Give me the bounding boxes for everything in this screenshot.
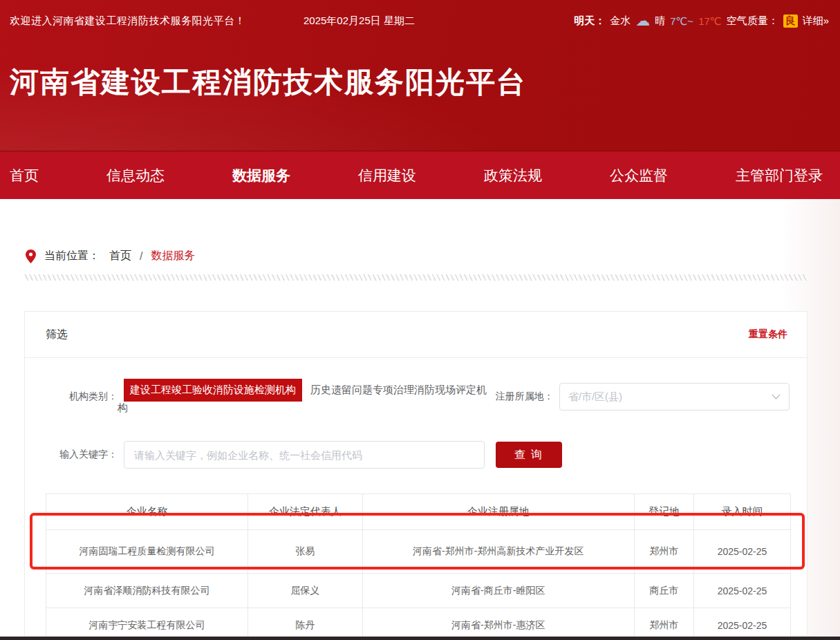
table-column-header: 企业法定代表人: [248, 494, 362, 530]
region-select-placeholder: 省/市/区(县): [568, 390, 772, 404]
table-cell: 张易: [248, 530, 362, 574]
category-filter-row: 机构类别： 建设工程竣工验收消防设施检测机构历史遗留问题专项治理消防现场评定机构…: [46, 379, 790, 415]
air-quality-label: 空气质量：: [727, 15, 778, 28]
region-label: 注册所属地：: [496, 390, 554, 403]
chevron-down-icon: [772, 394, 781, 399]
table-row[interactable]: 河南固瑞工程质量检测有限公司张易河南省-郑州市-郑州高新技术产业开发区郑州市20…: [46, 530, 791, 574]
location-pin-icon: [26, 250, 36, 263]
weather-detail-link[interactable]: 详细»: [803, 15, 829, 28]
table-cell: 2025-02-25: [693, 574, 790, 608]
topbar: 欢迎进入河南省建设工程消防技术服务阳光平台！ 2025年02月25日 星期二 明…: [0, 0, 840, 28]
filter-title: 筛选: [46, 328, 68, 342]
nav-item-4[interactable]: 政策法规: [484, 166, 542, 185]
category-options: 建设工程竣工验收消防设施检测机构历史遗留问题专项治理消防现场评定机构: [118, 379, 496, 415]
nav-item-1[interactable]: 信息动态: [106, 166, 165, 185]
weather-city: 金水: [610, 15, 631, 28]
reset-filters-link[interactable]: 重置条件: [749, 328, 787, 341]
weather-widget: 明天： 金水 ☁ 晴 7℃~ 17℃ 空气质量： 良 详细»: [574, 14, 829, 28]
table-cell: 商丘市: [634, 574, 693, 608]
table-cell: 河南省泽顺消防科技有限公司: [46, 574, 248, 608]
table-column-header: 企业名称: [46, 494, 248, 530]
air-quality-badge: 良: [783, 15, 798, 28]
table-header-row: 企业名称企业法定代表人企业注册属地登记地录入时间: [46, 494, 791, 530]
table-cell: 2025-02-25: [693, 530, 790, 574]
footer-bar: [0, 637, 840, 640]
table-cell: 陈丹: [248, 608, 362, 640]
table-column-header: 企业注册属地: [362, 494, 634, 530]
table-cell: 郑州市: [634, 608, 693, 640]
table-cell: 郑州市: [634, 530, 693, 574]
table-cell: 屈保义: [248, 574, 362, 608]
table-cell: 河南宇宁安装工程有限公司: [46, 608, 248, 640]
breadcrumb-current[interactable]: 数据服务: [151, 249, 195, 263]
welcome-text: 欢迎进入河南省建设工程消防技术服务阳光平台！: [10, 15, 245, 28]
nav-item-5[interactable]: 公众监督: [610, 166, 668, 185]
cloud-icon: ☁: [635, 13, 650, 28]
breadcrumb: 当前位置： 首页 / 数据服务: [26, 249, 840, 263]
filter-panel-body: 机构类别： 建设工程竣工验收消防设施检测机构历史遗留问题专项治理消防现场评定机构…: [25, 358, 807, 640]
table-row[interactable]: 河南省泽顺消防科技有限公司屈保义河南省-商丘市-睢阳区商丘市2025-02-25: [46, 574, 791, 608]
table-cell: 河南省-郑州市-郑州高新技术产业开发区: [362, 530, 634, 574]
nav-item-2[interactable]: 数据服务: [232, 166, 290, 185]
table-row[interactable]: 河南宇宁安装工程有限公司陈丹河南省-郑州市-惠济区郑州市2025-02-25: [46, 608, 791, 640]
category-option-0[interactable]: 建设工程竣工验收消防设施检测机构: [124, 379, 302, 402]
breadcrumb-label: 当前位置：: [44, 249, 100, 263]
main-nav: 首页信息动态数据服务信用建设政策法规公众监督主管部门登录: [0, 151, 840, 199]
table-cell: 2025-02-25: [693, 608, 790, 640]
weather-condition: 晴: [655, 15, 665, 28]
table-cell: 河南省-郑州市-惠济区: [362, 608, 634, 640]
filter-panel-header: 筛选 重置条件: [25, 312, 807, 358]
site-header: 欢迎进入河南省建设工程消防技术服务阳光平台！ 2025年02月25日 星期二 明…: [0, 0, 840, 151]
table-column-header: 登记地: [634, 494, 693, 530]
nav-item-3[interactable]: 信用建设: [358, 166, 416, 185]
hatched-divider: [24, 274, 808, 281]
region-filter-group: 注册所属地： 省/市/区(县): [496, 383, 790, 411]
keyword-label: 输入关键字：: [46, 449, 118, 461]
page-title: 河南省建设工程消防技术服务阳光平台: [10, 63, 840, 102]
table-cell: 河南固瑞工程质量检测有限公司: [46, 530, 248, 574]
table-column-header: 录入时间: [693, 494, 790, 530]
nav-item-0[interactable]: 首页: [10, 166, 39, 185]
keyword-input[interactable]: [124, 441, 485, 469]
results-table: 企业名称企业法定代表人企业注册属地登记地录入时间 河南固瑞工程质量检测有限公司张…: [46, 493, 791, 640]
weather-label: 明天：: [574, 15, 605, 28]
filter-panel: 筛选 重置条件 机构类别： 建设工程竣工验收消防设施检测机构历史遗留问题专项治理…: [24, 311, 808, 636]
category-label: 机构类别：: [46, 390, 118, 403]
nav-item-6[interactable]: 主管部门登录: [736, 166, 823, 185]
keyword-filter-row: 输入关键字： 查 询: [46, 441, 790, 469]
region-select[interactable]: 省/市/区(县): [559, 383, 790, 411]
temp-low: 7℃~: [670, 15, 693, 28]
temp-high: 17℃: [698, 15, 722, 28]
date-text: 2025年02月25日 星期二: [304, 15, 415, 28]
breadcrumb-separator: /: [140, 250, 142, 263]
search-button[interactable]: 查 询: [496, 442, 562, 468]
breadcrumb-home-link[interactable]: 首页: [109, 249, 131, 263]
table-cell: 河南省-商丘市-睢阳区: [362, 574, 634, 608]
